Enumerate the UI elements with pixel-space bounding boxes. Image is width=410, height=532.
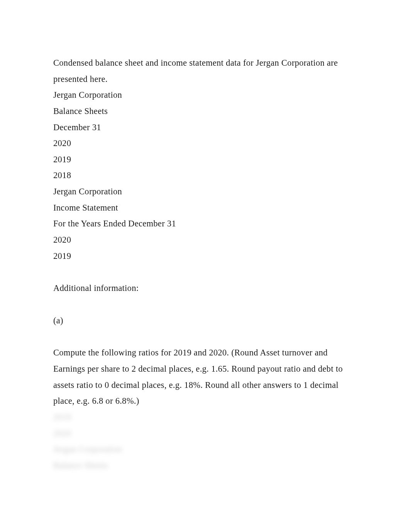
balance-sheet-date: December 31 <box>53 119 358 136</box>
instructions-text: Compute the following ratios for 2019 an… <box>53 345 358 409</box>
additional-info-label: Additional information: <box>53 280 358 296</box>
spacer <box>53 328 358 345</box>
spacer <box>53 296 358 313</box>
income-statement-title: Income Statement <box>53 200 358 216</box>
income-statement-company: Jergan Corporation <box>53 184 358 200</box>
balance-sheet-year-2018: 2018 <box>53 167 358 184</box>
income-statement-year-2020: 2020 <box>53 232 358 248</box>
balance-sheet-year-2019: 2019 <box>53 151 358 168</box>
intro-text: Condensed balance sheet and income state… <box>53 55 358 87</box>
balance-sheet-year-2020: 2020 <box>53 135 358 151</box>
document-body: Condensed balance sheet and income state… <box>53 55 358 473</box>
income-statement-year-2019: 2019 <box>53 248 358 264</box>
blurred-preview: 2019 2020 Jergan Corporation Balance She… <box>53 409 358 474</box>
blurred-line-2: 2020 <box>53 425 358 442</box>
blurred-line-1: 2019 <box>53 409 358 425</box>
balance-sheet-company: Jergan Corporation <box>53 87 358 103</box>
spacer <box>53 264 358 280</box>
blurred-line-3: Jergan Corporation <box>53 441 358 457</box>
blurred-line-4: Balance Sheets <box>53 457 358 474</box>
part-a-label: (a) <box>53 313 358 329</box>
income-statement-period: For the Years Ended December 31 <box>53 216 358 232</box>
balance-sheet-title: Balance Sheets <box>53 103 358 119</box>
